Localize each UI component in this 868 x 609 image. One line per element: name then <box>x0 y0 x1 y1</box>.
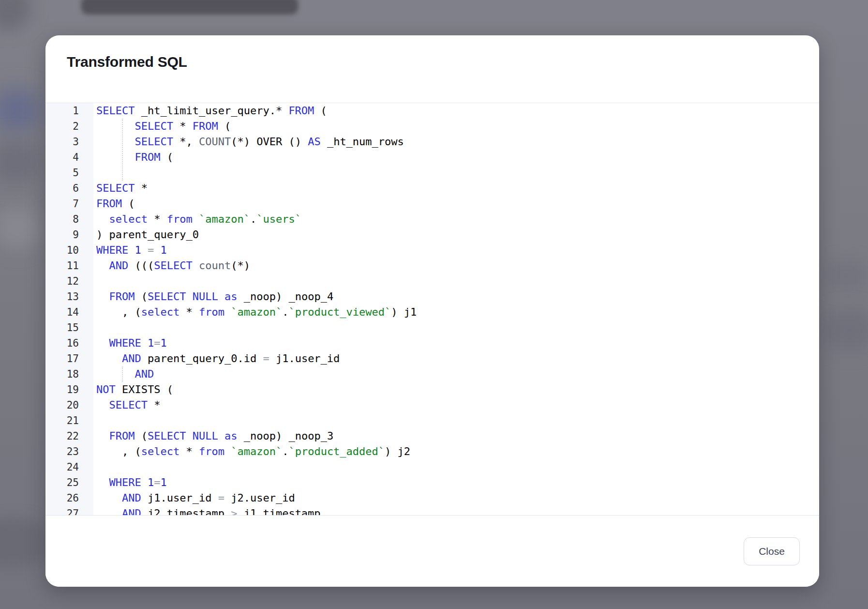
code-line: 2 SELECT * FROM ( <box>45 119 819 134</box>
dialog-header: Transformed SQL <box>45 35 819 103</box>
line-content <box>93 320 96 335</box>
code-line: 18 AND <box>45 366 819 382</box>
line-content: FROM (SELECT NULL as _noop) _noop_3 <box>93 428 333 444</box>
line-number: 7 <box>45 196 93 212</box>
line-number: 26 <box>45 490 93 506</box>
line-content: SELECT _ht_limit_user_query.* FROM ( <box>93 103 327 119</box>
line-content: SELECT * <box>93 397 160 413</box>
line-content: , (select * from `amazon`.`product_added… <box>93 444 410 459</box>
dialog-title: Transformed SQL <box>67 53 798 71</box>
line-content: SELECT * <box>93 181 148 196</box>
line-content: select * from `amazon`.`users` <box>93 212 301 227</box>
code-line: 23 , (select * from `amazon`.`product_ad… <box>45 444 819 459</box>
line-content: SELECT *, COUNT(*) OVER () AS _ht_num_ro… <box>93 134 404 150</box>
line-content: AND j2.timestamp > j1.timestamp <box>93 506 321 516</box>
sql-code-viewer[interactable]: 1SELECT _ht_limit_user_query.* FROM (2 S… <box>45 103 819 516</box>
line-number: 19 <box>45 382 93 397</box>
line-number: 3 <box>45 134 93 150</box>
line-number: 22 <box>45 428 93 444</box>
code-line: 22 FROM (SELECT NULL as _noop) _noop_3 <box>45 428 819 444</box>
code-line: 20 SELECT * <box>45 397 819 413</box>
code-line: 24 <box>45 459 819 475</box>
screen: { "dialog": { "title": "Transformed SQL"… <box>0 0 868 609</box>
line-content <box>93 413 96 428</box>
code-line: 10WHERE 1 = 1 <box>45 243 819 258</box>
code-line: 14 , (select * from `amazon`.`product_vi… <box>45 304 819 320</box>
line-number: 4 <box>45 150 93 165</box>
line-content: FROM ( <box>93 150 173 165</box>
transformed-sql-dialog: Transformed SQL 1SELECT _ht_limit_user_q… <box>45 35 819 587</box>
code-line: 26 AND j1.user_id = j2.user_id <box>45 490 819 506</box>
line-number: 25 <box>45 475 93 490</box>
line-content: WHERE 1=1 <box>93 335 167 351</box>
code-line: 25 WHERE 1=1 <box>45 475 819 490</box>
line-content: WHERE 1=1 <box>93 475 167 490</box>
line-number: 15 <box>45 320 93 335</box>
line-content: FROM ( <box>93 196 135 212</box>
code-line: 3 SELECT *, COUNT(*) OVER () AS _ht_num_… <box>45 134 819 150</box>
line-number: 6 <box>45 181 93 196</box>
line-content: AND (((SELECT count(*) <box>93 258 250 274</box>
code-line: 11 AND (((SELECT count(*) <box>45 258 819 274</box>
line-number: 5 <box>45 165 93 181</box>
code-line: 4 FROM ( <box>45 150 819 165</box>
code-line: 6SELECT * <box>45 181 819 196</box>
line-number: 27 <box>45 506 93 516</box>
line-number: 24 <box>45 459 93 475</box>
line-number: 12 <box>45 274 93 289</box>
line-number: 20 <box>45 397 93 413</box>
code-line: 19NOT EXISTS ( <box>45 382 819 397</box>
code-line: 1SELECT _ht_limit_user_query.* FROM ( <box>45 103 819 119</box>
code-line: 15 <box>45 320 819 335</box>
code-line: 27 AND j2.timestamp > j1.timestamp <box>45 506 819 516</box>
code-line: 8 select * from `amazon`.`users` <box>45 212 819 227</box>
code-line: 21 <box>45 413 819 428</box>
line-content: SELECT * FROM ( <box>93 119 231 134</box>
line-number: 13 <box>45 289 93 304</box>
line-content: WHERE 1 = 1 <box>93 243 167 258</box>
line-number: 8 <box>45 212 93 227</box>
line-content: , (select * from `amazon`.`product_viewe… <box>93 304 417 320</box>
line-content: ) parent_query_0 <box>93 227 199 243</box>
line-number: 14 <box>45 304 93 320</box>
code-line: 13 FROM (SELECT NULL as _noop) _noop_4 <box>45 289 819 304</box>
sql-code-lines: 1SELECT _ht_limit_user_query.* FROM (2 S… <box>45 103 819 516</box>
line-number: 17 <box>45 351 93 366</box>
code-line: 12 <box>45 274 819 289</box>
line-content <box>93 274 96 289</box>
code-line: 16 WHERE 1=1 <box>45 335 819 351</box>
dialog-footer: Close <box>45 516 819 587</box>
line-content: NOT EXISTS ( <box>93 382 173 397</box>
line-number: 2 <box>45 119 93 134</box>
line-content: FROM (SELECT NULL as _noop) _noop_4 <box>93 289 333 304</box>
code-line: 7FROM ( <box>45 196 819 212</box>
close-button[interactable]: Close <box>744 537 800 565</box>
line-number: 23 <box>45 444 93 459</box>
line-number: 11 <box>45 258 93 274</box>
code-line: 5 <box>45 165 819 181</box>
line-content <box>93 459 96 475</box>
line-number: 1 <box>45 103 93 119</box>
line-number: 18 <box>45 366 93 382</box>
code-line: 17 AND parent_query_0.id = j1.user_id <box>45 351 819 366</box>
line-content: AND <box>93 366 154 382</box>
code-line: 9) parent_query_0 <box>45 227 819 243</box>
line-number: 9 <box>45 227 93 243</box>
line-content <box>93 165 96 181</box>
line-number: 10 <box>45 243 93 258</box>
line-number: 21 <box>45 413 93 428</box>
line-content: AND j1.user_id = j2.user_id <box>93 490 295 506</box>
line-number: 16 <box>45 335 93 351</box>
line-content: AND parent_query_0.id = j1.user_id <box>93 351 340 366</box>
